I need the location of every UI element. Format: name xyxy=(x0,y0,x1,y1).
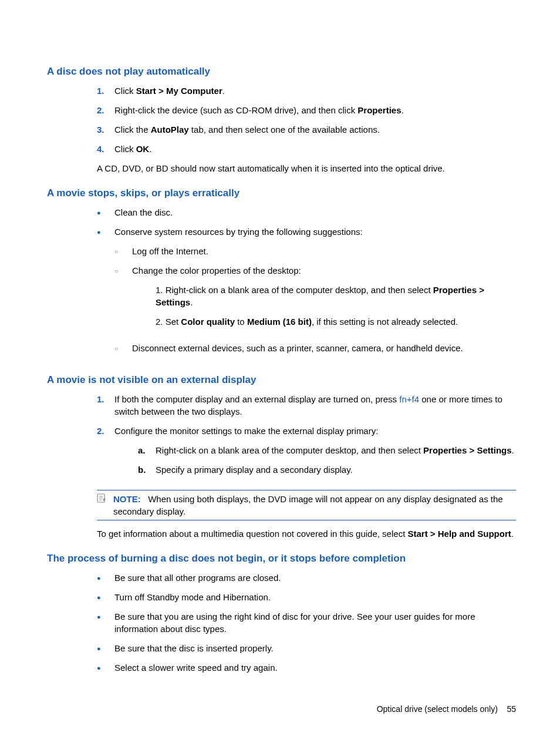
letter-list: a. Right-click on a blank area of the co… xyxy=(138,444,516,476)
bold-text: Color quality xyxy=(181,317,235,327)
page-number: 55 xyxy=(507,704,516,714)
paragraph: 2. Set Color quality to Medium (16 bit),… xyxy=(156,315,516,328)
bold-text: Properties > Settings xyxy=(423,445,511,455)
bullet-list-s4: ●Be sure that all other programs are clo… xyxy=(97,572,516,674)
ordered-list-s3: 1. If both the computer display and an e… xyxy=(97,393,516,483)
text: Right-click the device (such as CD-ROM d… xyxy=(114,105,357,115)
list-text: Right-click on a blank area of the compu… xyxy=(156,444,516,456)
bold-text: Start > Help and Support xyxy=(407,529,511,539)
list-marker: b. xyxy=(138,463,156,476)
list-text: Click the AutoPlay tab, and then select … xyxy=(114,123,516,136)
text: 2. Set xyxy=(156,317,181,327)
list-text: Right-click the device (such as CD-ROM d… xyxy=(114,104,516,116)
list-text: Specify a primary display and a secondar… xyxy=(156,463,516,476)
key-shortcut: fn+f4 xyxy=(399,394,419,404)
text: . xyxy=(511,529,514,539)
text: Click xyxy=(114,144,136,154)
sub-bullet-list: ○ Log off the Internet. ○ Change the col… xyxy=(114,245,516,354)
list-marker: 3. xyxy=(97,123,114,136)
text: Conserve system resources by trying the … xyxy=(114,227,363,237)
list-text: Be sure that all other programs are clos… xyxy=(114,572,516,584)
text: , if this setting is not already selecte… xyxy=(312,317,458,327)
text: tab, and then select one of the availabl… xyxy=(189,125,380,135)
list-item: 2. Configure the monitor settings to mak… xyxy=(97,425,516,483)
bold-text: Medium (16 bit) xyxy=(247,317,312,327)
bold-text: AutoPlay xyxy=(151,125,189,135)
text: 1. Right-click on a blank area of the co… xyxy=(156,285,433,295)
list-text: Turn off Standby mode and Hibernation. xyxy=(114,591,516,603)
list-text: Disconnect external devices, such as a p… xyxy=(132,342,516,354)
page-footer: Optical drive (select models only) 55 xyxy=(377,704,516,714)
bullet-icon: ● xyxy=(97,206,114,219)
paragraph: A CD, DVD, or BD should now start automa… xyxy=(97,162,516,174)
note-box: NOTE: When using both displays, the DVD … xyxy=(97,490,516,520)
bold-text: OK xyxy=(136,144,150,154)
list-item: ● Conserve system resources by trying th… xyxy=(97,226,516,361)
text: Right-click on a blank area of the compu… xyxy=(156,445,423,455)
bullet-icon: ● xyxy=(97,642,114,654)
list-text: If both the computer display and an exte… xyxy=(114,393,516,418)
text: . xyxy=(149,144,151,154)
text: . xyxy=(222,86,225,96)
list-text: Configure the monitor settings to make t… xyxy=(114,425,516,483)
heading-disc-not-autoplay: A disc does not play automatically xyxy=(47,66,516,78)
text: Configure the monitor settings to make t… xyxy=(114,426,378,436)
list-item: ●Be sure that you are using the right ki… xyxy=(97,610,516,635)
list-item: ●Select a slower write speed and try aga… xyxy=(97,661,516,674)
text: . xyxy=(402,105,404,115)
paragraph: 1. Right-click on a blank area of the co… xyxy=(156,284,516,308)
text: Click xyxy=(114,86,136,96)
list-marker: 2. xyxy=(97,104,114,116)
note-icon xyxy=(97,493,113,518)
text: To get information about a multimedia qu… xyxy=(97,529,407,539)
list-text: Be sure that the disc is inserted proper… xyxy=(114,642,516,654)
list-item: 4. Click OK. xyxy=(97,143,516,155)
text: If both the computer display and an exte… xyxy=(114,394,399,404)
text: When using both displays, the DVD image … xyxy=(113,494,503,516)
list-item: ○ Disconnect external devices, such as a… xyxy=(114,342,516,354)
ordered-list-s1: 1. Click Start > My Computer. 2. Right-c… xyxy=(97,85,516,155)
text: . xyxy=(190,297,193,307)
text: Click the xyxy=(114,125,151,135)
list-item: 1. If both the computer display and an e… xyxy=(97,393,516,418)
text: to xyxy=(235,317,247,327)
list-text: Clean the disc. xyxy=(114,206,516,219)
list-text: Select a slower write speed and try agai… xyxy=(114,661,516,674)
heading-movie-external: A movie is not visible on an external di… xyxy=(47,374,516,386)
bullet-icon: ● xyxy=(97,661,114,674)
bullet-icon: ● xyxy=(97,226,114,361)
list-text: Click Start > My Computer. xyxy=(114,85,516,97)
sub-bullet-icon: ○ xyxy=(114,245,132,257)
list-text: Change the color properties of the deskt… xyxy=(132,264,516,335)
list-item: ● Clean the disc. xyxy=(97,206,516,219)
bold-text: Properties xyxy=(357,105,401,115)
list-marker: 2. xyxy=(97,425,114,483)
bullet-icon: ● xyxy=(97,572,114,584)
note-label: NOTE: xyxy=(113,494,141,504)
list-item: ○ Log off the Internet. xyxy=(114,245,516,257)
note-text: NOTE: When using both displays, the DVD … xyxy=(113,493,516,518)
list-text: Log off the Internet. xyxy=(132,245,516,257)
list-item: ●Be sure that all other programs are clo… xyxy=(97,572,516,584)
list-item: b. Specify a primary display and a secon… xyxy=(138,463,516,476)
document-page: A disc does not play automatically 1. Cl… xyxy=(0,0,560,746)
content-s3: 1. If both the computer display and an e… xyxy=(97,393,516,540)
bullet-icon: ● xyxy=(97,591,114,603)
text: Change the color properties of the deskt… xyxy=(132,266,301,275)
sub-bullet-icon: ○ xyxy=(114,264,132,335)
list-marker: 1. xyxy=(97,393,114,418)
list-text: Click OK. xyxy=(114,143,516,155)
content-s1: 1. Click Start > My Computer. 2. Right-c… xyxy=(97,85,516,174)
list-marker: 1. xyxy=(97,85,114,97)
list-item: a. Right-click on a blank area of the co… xyxy=(138,444,516,456)
list-marker: 4. xyxy=(97,143,114,155)
footer-text: Optical drive (select models only) xyxy=(377,704,498,714)
sub-bullet-icon: ○ xyxy=(114,342,132,354)
bold-text: Start > My Computer xyxy=(136,86,222,96)
list-item: ●Be sure that the disc is inserted prope… xyxy=(97,642,516,654)
list-text: Be sure that you are using the right kin… xyxy=(114,610,516,635)
list-item: 3. Click the AutoPlay tab, and then sele… xyxy=(97,123,516,136)
list-item: 1. Click Start > My Computer. xyxy=(97,85,516,97)
text: . xyxy=(512,445,514,455)
list-item: 2. Right-click the device (such as CD-RO… xyxy=(97,104,516,116)
